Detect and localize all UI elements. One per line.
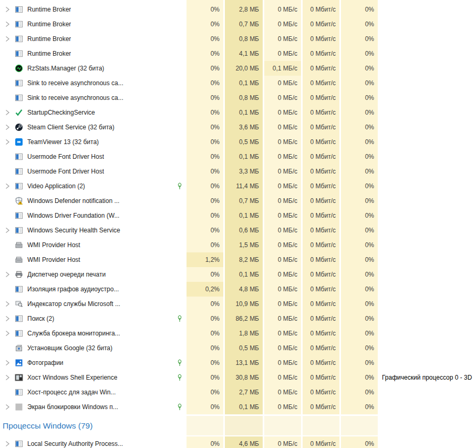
table-row[interactable]: StartupCheckingService0%0,1 МБ0 МБ/с0 Мб… bbox=[0, 105, 476, 120]
cpu-cell: 0% bbox=[187, 32, 223, 46]
table-row[interactable]: Runtime Broker0%4,1 МБ0 МБ/с0 Мбит/с0% bbox=[0, 46, 476, 61]
chevron-right-icon[interactable] bbox=[4, 21, 11, 27]
memory-cell: 13,1 МБ bbox=[225, 355, 263, 370]
table-row[interactable]: Local Security Authority Process...0%4,6… bbox=[0, 436, 476, 448]
chevron-right-icon[interactable] bbox=[4, 330, 11, 337]
gpu-column-tooltip: Графический процессор 0 - 3D bbox=[382, 374, 472, 381]
cpu-cell: 0% bbox=[187, 341, 223, 355]
chevron-right-icon[interactable] bbox=[4, 315, 11, 322]
table-row[interactable]: Windows Driver Foundation (W...0%0,1 МБ0… bbox=[0, 208, 476, 223]
table-row[interactable]: Runtime Broker0%0,8 МБ0 МБ/с0 Мбит/с0% bbox=[0, 32, 476, 46]
table-row[interactable]: Video Application (2)0%11,4 МБ0 МБ/с0 Мб… bbox=[0, 179, 476, 194]
table-row[interactable]: TeamViewer 13 (32 бита)0%0,5 МБ0 МБ/с0 М… bbox=[0, 135, 476, 149]
cpu-cell: 0% bbox=[187, 326, 223, 341]
table-row[interactable]: Windows Security Health Service0%0,6 МБ0… bbox=[0, 223, 476, 238]
chevron-right-icon[interactable] bbox=[4, 139, 11, 145]
printer-icon bbox=[15, 270, 23, 279]
table-row[interactable]: Служба брокера мониторинга...0%1,8 МБ0 М… bbox=[0, 326, 476, 341]
table-row[interactable]: Runtime Broker0%0,7 МБ0 МБ/с0 Мбит/с0% bbox=[0, 17, 476, 32]
table-row[interactable]: Usermode Font Driver Host0%0,1 МБ0 МБ/с0… bbox=[0, 149, 476, 164]
gpu-cell: 0% bbox=[341, 223, 378, 238]
memory-cell: 0,1 МБ bbox=[225, 76, 263, 90]
app-window-icon bbox=[15, 79, 23, 87]
gpu-cell: 0% bbox=[341, 311, 378, 326]
table-row[interactable]: Sink to receive asynchronous ca...0%0,1 … bbox=[0, 76, 476, 90]
network-cell: 0 Мбит/с bbox=[303, 194, 339, 208]
process-name: Хост Windows Shell Experience bbox=[27, 374, 117, 381]
group-header-windows-processes[interactable]: Процессы Windows (79) bbox=[0, 416, 476, 435]
memory-cell bbox=[225, 416, 263, 435]
gpu-cell: 0% bbox=[341, 46, 378, 61]
disk-cell: 0 МБ/с bbox=[264, 238, 301, 252]
chevron-right-icon[interactable] bbox=[4, 124, 11, 130]
check-icon bbox=[15, 108, 23, 117]
indexer-icon bbox=[15, 300, 23, 308]
disk-cell: 0 МБ/с bbox=[264, 120, 301, 135]
app-window-icon bbox=[15, 211, 23, 220]
table-row[interactable]: Steam Client Service (32 бита)0%3,6 МБ0 … bbox=[0, 120, 476, 135]
network-cell: 0 Мбит/с bbox=[303, 17, 339, 32]
table-row[interactable]: Runtime Broker0%2,8 МБ0 МБ/с0 Мбит/с0% bbox=[0, 2, 476, 17]
name-cell: Runtime Broker bbox=[0, 46, 187, 61]
table-row[interactable]: Sink to receive asynchronous ca...0%0,8 … bbox=[0, 90, 476, 105]
gpu-cell: 0% bbox=[341, 194, 378, 208]
table-row[interactable]: WMI Provider Host0%1,5 МБ0 МБ/с0 Мбит/с0… bbox=[0, 238, 476, 252]
name-cell: Установщик Google (32 бита) bbox=[0, 341, 187, 355]
memory-cell: 0,1 МБ bbox=[225, 208, 263, 223]
network-cell: 0 Мбит/с bbox=[303, 90, 339, 105]
suspended-leaf-icon bbox=[177, 182, 183, 190]
chevron-right-icon[interactable] bbox=[4, 109, 11, 116]
process-name: Windows Security Health Service bbox=[27, 227, 120, 234]
table-row[interactable]: Изоляция графов аудиоустро...0,2%4,8 МБ0… bbox=[0, 282, 476, 297]
table-row[interactable]: Установщик Google (32 бита)0%0,5 МБ0 МБ/… bbox=[0, 341, 476, 355]
memory-cell: 1,5 МБ bbox=[225, 238, 263, 252]
disk-cell: 0 МБ/с bbox=[264, 436, 301, 448]
table-row[interactable]: Диспетчер очереди печати0%0,1 МБ0 МБ/с0 … bbox=[0, 267, 476, 282]
table-row[interactable]: Поиск (2)0%86,2 МБ0 МБ/с0 Мбит/с0% bbox=[0, 311, 476, 326]
gpu-cell: 0% bbox=[341, 252, 378, 267]
table-row[interactable]: Usermode Font Driver Host0%3,3 МБ0 МБ/с0… bbox=[0, 164, 476, 179]
table-row[interactable]: WMI Provider Host1,2%8,2 МБ0 МБ/с0 Мбит/… bbox=[0, 252, 476, 267]
chevron-right-icon[interactable] bbox=[4, 301, 11, 307]
table-row[interactable]: Индексатор службы Microsoft ...0%10,9 МБ… bbox=[0, 297, 476, 311]
chevron-right-icon[interactable] bbox=[4, 6, 11, 13]
disk-cell: 0 МБ/с bbox=[264, 179, 301, 194]
name-cell: Usermode Font Driver Host bbox=[0, 164, 187, 179]
memory-cell: 11,4 МБ bbox=[225, 179, 263, 194]
cpu-cell: 0% bbox=[187, 385, 223, 400]
suspended-leaf-icon bbox=[177, 403, 183, 411]
disk-cell: 0 МБ/с bbox=[264, 341, 301, 355]
cpu-cell: 0% bbox=[187, 355, 223, 370]
gpu-cell: 0% bbox=[341, 149, 378, 164]
process-name: Runtime Broker bbox=[27, 6, 71, 13]
chevron-right-icon[interactable] bbox=[4, 183, 11, 189]
table-row[interactable]: Экран блокировки Windows п...0%0,1 МБ0 М… bbox=[0, 400, 476, 414]
chevron-right-icon[interactable] bbox=[4, 441, 11, 447]
wmi-icon bbox=[15, 256, 23, 264]
table-row[interactable]: Фотографии0%13,1 МБ0 МБ/с0 Мбит/с0% bbox=[0, 355, 476, 370]
chevron-right-icon[interactable] bbox=[4, 271, 11, 278]
disk-cell: 0 МБ/с bbox=[264, 17, 301, 32]
app-window-icon bbox=[15, 388, 23, 396]
name-cell: TeamViewer 13 (32 бита) bbox=[0, 135, 187, 149]
memory-cell: 0,7 МБ bbox=[225, 17, 263, 32]
network-cell: 0 Мбит/с bbox=[303, 385, 339, 400]
process-name: Windows Driver Foundation (W... bbox=[27, 212, 119, 219]
chevron-right-icon[interactable] bbox=[4, 374, 11, 381]
chevron-right-icon[interactable] bbox=[4, 404, 11, 410]
chevron-right-icon[interactable] bbox=[4, 227, 11, 233]
table-row[interactable]: RzStats.Manager (32 бита)0%20,0 МБ0,1 МБ… bbox=[0, 61, 476, 76]
chevron-right-icon[interactable] bbox=[4, 360, 11, 366]
process-name: RzStats.Manager (32 бита) bbox=[27, 65, 104, 72]
table-row[interactable]: Windows Defender notification ...0%0,7 М… bbox=[0, 194, 476, 208]
chevron-right-icon[interactable] bbox=[4, 36, 11, 42]
process-name: Индексатор службы Microsoft ... bbox=[27, 300, 120, 308]
cpu-cell: 0% bbox=[187, 135, 223, 149]
disk-cell: 0 МБ/с bbox=[264, 32, 301, 46]
rzstats-icon bbox=[15, 64, 23, 73]
memory-cell: 0,1 МБ bbox=[225, 400, 263, 414]
table-row[interactable]: Хост-процесс для задач Win...0%2,7 МБ0 М… bbox=[0, 385, 476, 400]
cpu-cell: 0% bbox=[187, 238, 223, 252]
disk-cell: 0 МБ/с bbox=[264, 90, 301, 105]
name-cell: Служба брокера мониторинга... bbox=[0, 326, 187, 341]
